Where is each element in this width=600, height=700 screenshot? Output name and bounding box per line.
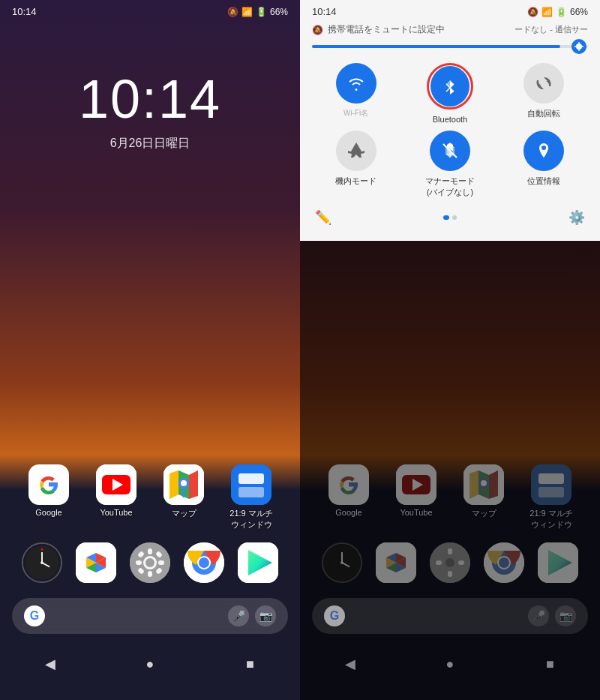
app-chrome[interactable]: [178, 542, 230, 586]
app-clock[interactable]: [16, 542, 68, 586]
silent-tile-label: マナーモード (バイブなし): [425, 176, 475, 197]
qs-settings-icon[interactable]: ⚙️: [568, 209, 585, 226]
qs-dot-2: [452, 215, 457, 220]
right-app-youtube: YouTube: [390, 464, 442, 530]
right-app-row-2: [315, 542, 585, 586]
qs-dots: [443, 215, 457, 220]
left-panel: 10:14 🔕 📶 🔋 66% 10:14 6月26日日曜日: [0, 0, 300, 700]
google-search-g: G: [24, 605, 45, 626]
svg-point-55: [481, 480, 487, 486]
lens-button[interactable]: 📷: [255, 605, 276, 626]
youtube-label: YouTube: [100, 508, 132, 517]
right-multi-icon: [531, 464, 572, 505]
svg-marker-52: [470, 470, 478, 499]
right-app-multi: 21:9 マルチ ウィンドウ: [525, 464, 578, 530]
qs-grid: Wi-Fi名 Bluetooth: [300, 57, 600, 203]
right-app-maps: マップ: [458, 464, 510, 530]
qs-slider-fill: [312, 45, 560, 48]
multi-label: 21:9 マルチ ウィンドウ: [230, 508, 272, 530]
right-home-button: ●: [435, 649, 465, 679]
right-content: Google YouTube: [300, 464, 600, 700]
svg-point-10: [181, 480, 187, 486]
svg-point-45: [542, 146, 546, 150]
svg-rect-67: [448, 571, 452, 577]
svg-rect-58: [538, 487, 564, 497]
wifi-tile-icon: [336, 63, 376, 104]
right-photos-icon: [376, 542, 416, 583]
google-label: Google: [35, 508, 62, 517]
right-back-button: ◀: [335, 649, 365, 679]
right-app-settings: [424, 542, 476, 586]
right-battery-pct: 66%: [570, 7, 588, 17]
qs-notif-text: 携帯電話をミュートに設定中: [328, 23, 445, 36]
qs-brightness-slider[interactable]: [312, 45, 588, 48]
clock-display: 10:14 6月26日日曜日: [0, 68, 300, 152]
right-youtube-icon: [396, 464, 436, 505]
right-app-dock: Google YouTube: [300, 464, 600, 586]
bluetooth-ring: [427, 63, 473, 110]
autorotate-tile-icon: [524, 63, 564, 104]
maps-icon: [164, 464, 204, 505]
silent-tile-icon: [430, 131, 470, 171]
svg-rect-23: [148, 548, 152, 554]
qs-brightness-row: [300, 42, 600, 57]
app-youtube[interactable]: YouTube: [90, 464, 142, 530]
svg-marker-7: [170, 470, 178, 499]
right-status-icons: 🔕 📶 🔋 66%: [527, 7, 588, 17]
left-nav-bar: ◀ ● ■: [0, 643, 300, 685]
right-lens-btn: 📷: [555, 605, 576, 626]
clock-icon: [22, 542, 62, 583]
recents-button[interactable]: ■: [235, 649, 265, 679]
right-google-label: Google: [335, 508, 362, 517]
right-mic-btn: 🎤: [528, 605, 549, 626]
app-settings[interactable]: [124, 542, 176, 586]
app-maps[interactable]: マップ: [158, 464, 210, 530]
qs-dot-1: [443, 215, 449, 220]
airplane-tile-label: 機内モード: [335, 176, 376, 186]
right-app-row-1: Google YouTube: [315, 464, 585, 530]
qs-tile-bluetooth[interactable]: Bluetooth: [406, 63, 494, 125]
left-status-bar: 10:14 🔕 📶 🔋 66%: [0, 0, 300, 23]
qs-tile-silent[interactable]: マナーモード (バイブなし): [406, 131, 494, 197]
svg-point-34: [199, 557, 209, 568]
silent-icon: 🔕: [227, 7, 238, 17]
right-recents-button: ■: [535, 649, 565, 679]
airplane-tile-icon: [336, 131, 376, 171]
app-photos[interactable]: [70, 542, 122, 586]
right-clock-icon: [322, 542, 362, 583]
qs-mode-text: ードなし - 通信サー: [514, 24, 588, 35]
back-button[interactable]: ◀: [35, 649, 65, 679]
svg-marker-8: [189, 470, 198, 499]
youtube-icon: [96, 464, 136, 505]
qs-edit-icon[interactable]: ✏️: [315, 209, 332, 226]
battery-pct: 66%: [270, 7, 288, 17]
right-time: 10:14: [312, 6, 337, 17]
right-search-bar: G 🎤 📷: [312, 598, 588, 634]
app-multi[interactable]: 21:9 マルチ ウィンドウ: [225, 464, 278, 530]
left-search-bar[interactable]: G 🎤 📷: [12, 598, 288, 634]
svg-point-65: [446, 558, 454, 567]
qs-tile-autorotate[interactable]: 自動回転: [500, 63, 588, 125]
svg-marker-53: [489, 470, 498, 499]
app-row-1: Google YouTube: [15, 464, 285, 530]
app-google[interactable]: Google: [22, 464, 75, 530]
multi-icon: [231, 464, 272, 505]
left-status-icons: 🔕 📶 🔋 66%: [227, 7, 288, 17]
svg-rect-25: [136, 560, 142, 565]
left-bottom: Google YouTube: [0, 464, 300, 700]
qs-tile-airplane[interactable]: 機内モード: [312, 131, 400, 197]
qs-bottom-bar: ✏️ ⚙️: [300, 203, 600, 229]
app-play[interactable]: [232, 542, 284, 586]
svg-rect-13: [238, 487, 264, 497]
home-button[interactable]: ●: [135, 649, 165, 679]
wifi-tile-label: Wi-Fi名: [344, 108, 368, 118]
svg-rect-56: [531, 464, 572, 505]
right-app-google: Google: [322, 464, 375, 530]
right-google-icon: [328, 464, 369, 505]
bluetooth-tile-label: Bluetooth: [433, 114, 467, 125]
svg-rect-66: [448, 548, 452, 554]
qs-tile-location[interactable]: 位置情報: [500, 131, 588, 197]
location-tile-label: 位置情報: [527, 176, 560, 186]
qs-tile-wifi[interactable]: Wi-Fi名: [312, 63, 400, 125]
mic-button[interactable]: 🎤: [228, 605, 249, 626]
